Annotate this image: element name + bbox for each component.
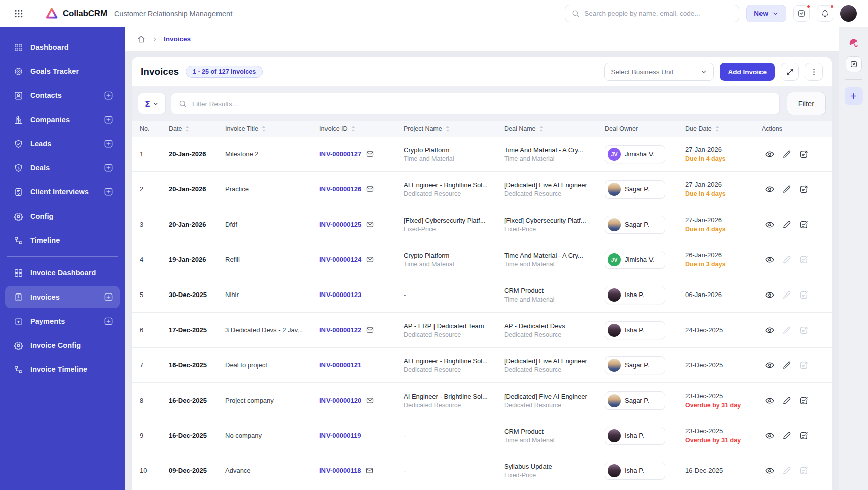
sidebar-item-dashboard[interactable]: Dashboard (5, 36, 120, 58)
sort-icon[interactable] (261, 125, 266, 132)
sort-icon[interactable] (445, 125, 450, 132)
global-search[interactable] (565, 5, 739, 22)
deal-owner-pill[interactable]: JV Jimisha V. (605, 145, 665, 163)
sidebar-item-companies[interactable]: Companies (5, 109, 120, 131)
sort-icon[interactable] (539, 125, 544, 132)
mail-icon[interactable] (366, 255, 374, 264)
edit-invoice-icon[interactable] (782, 361, 791, 370)
mail-icon[interactable] (366, 185, 374, 193)
plus-square-icon[interactable] (103, 163, 114, 173)
sidebar-item-invoice-dashboard[interactable]: Invoice Dashboard (5, 262, 120, 284)
deal-owner-pill[interactable]: Isha P. (605, 462, 665, 480)
plus-square-icon[interactable] (103, 316, 114, 327)
plus-square-icon[interactable] (103, 187, 114, 198)
view-invoice-icon[interactable] (765, 255, 775, 265)
invoice-id-link[interactable]: INV-00000120 (319, 397, 361, 404)
sort-icon[interactable] (351, 125, 356, 132)
deal-owner-pill[interactable]: Isha P. (605, 286, 665, 304)
filter-results-search[interactable] (171, 93, 780, 114)
tasks-button[interactable] (793, 5, 810, 22)
view-invoice-icon[interactable] (765, 360, 775, 370)
deal-owner-pill[interactable]: Sagar P. (605, 216, 665, 234)
view-invoice-icon[interactable] (765, 149, 775, 159)
open-in-new-button[interactable] (846, 56, 862, 72)
deal-owner-pill[interactable]: Sagar P. (605, 391, 665, 410)
invoice-id-link[interactable]: INV-00000123 (319, 291, 361, 299)
filter-button[interactable]: Filter (787, 92, 826, 115)
cancel-invoice-icon[interactable] (799, 431, 809, 441)
apps-grid-icon[interactable] (10, 5, 27, 22)
plus-square-icon[interactable] (103, 90, 114, 101)
new-button[interactable]: New (746, 5, 786, 22)
invoice-id-link[interactable]: INV-00000122 (319, 326, 361, 334)
sidebar-item-payments[interactable]: Payments (5, 310, 120, 332)
view-invoice-icon[interactable] (765, 396, 775, 406)
add-invoice-button[interactable]: Add Invoice (720, 63, 775, 81)
column-header-date[interactable]: Date (169, 125, 225, 132)
mail-icon[interactable] (366, 396, 374, 405)
user-avatar[interactable] (840, 5, 857, 22)
edit-invoice-icon[interactable] (782, 431, 791, 440)
invoice-id-link[interactable]: INV-00000124 (319, 256, 361, 263)
sidebar-item-invoices[interactable]: $Invoices (5, 286, 120, 308)
invoice-id-link[interactable]: INV-00000118 (319, 467, 361, 474)
edit-invoice-icon[interactable] (782, 185, 791, 194)
mail-icon[interactable] (365, 466, 374, 475)
brand[interactable]: CollabCRM Customer Relationship Manageme… (45, 7, 232, 20)
invoice-id-link[interactable]: INV-00000125 (319, 221, 361, 228)
mail-icon[interactable] (366, 326, 374, 334)
home-icon[interactable] (137, 35, 146, 44)
rail-add-button[interactable] (845, 87, 863, 105)
mail-icon[interactable] (366, 220, 374, 229)
invoice-id-link[interactable]: INV-00000127 (319, 150, 361, 158)
plus-square-icon[interactable] (103, 115, 114, 125)
deal-owner-pill[interactable]: Isha P. (605, 427, 665, 445)
breadcrumb-current[interactable]: Invoices (164, 35, 191, 43)
deal-owner-pill[interactable]: JV Jimisha V. (605, 251, 665, 269)
invoice-id-link[interactable]: INV-00000121 (319, 361, 361, 369)
plus-square-icon[interactable] (103, 292, 114, 303)
filter-results-input[interactable] (192, 100, 772, 108)
mail-icon[interactable] (366, 150, 374, 158)
sidebar-item-timeline[interactable]: Timeline (5, 229, 120, 251)
notifications-button[interactable] (817, 5, 833, 22)
deal-owner-pill[interactable]: Isha P. (605, 321, 665, 339)
sidebar-item-contacts[interactable]: Contacts (5, 84, 120, 107)
invoice-id-link[interactable]: INV-00000126 (319, 185, 361, 193)
global-search-input[interactable] (584, 10, 733, 17)
sort-icon[interactable] (715, 125, 720, 132)
edit-invoice-icon[interactable] (782, 396, 791, 405)
expand-button[interactable] (781, 63, 799, 81)
more-options-button[interactable] (805, 63, 823, 81)
column-header-deal-name[interactable]: Deal Name (504, 125, 605, 132)
column-header-invoice-title[interactable]: Invoice Title (225, 125, 319, 132)
cancel-invoice-icon[interactable] (799, 220, 809, 230)
plus-square-icon[interactable] (103, 139, 114, 149)
invoice-id-link[interactable]: INV-00000119 (319, 432, 361, 439)
sidebar-item-deals[interactable]: $Deals (5, 157, 120, 179)
column-header-invoice-id[interactable]: Invoice ID (319, 125, 404, 132)
column-header-due-date[interactable]: Due Date (685, 125, 762, 132)
sidebar-item-invoice-timeline[interactable]: Invoice Timeline (5, 358, 120, 380)
deal-owner-pill[interactable]: Sagar P. (605, 356, 665, 374)
umbrella-icon[interactable] (848, 37, 860, 49)
sidebar-item-goals-tracker[interactable]: Goals Tracker (5, 60, 120, 82)
sidebar-item-client-interviews[interactable]: Client Interviews (5, 181, 120, 203)
cancel-invoice-icon[interactable] (799, 184, 809, 194)
sidebar-item-invoice-config[interactable]: Invoice Config (5, 334, 120, 356)
view-invoice-icon[interactable] (765, 466, 775, 476)
deal-owner-pill[interactable]: Sagar P. (605, 180, 665, 199)
business-unit-select[interactable]: Select Business Unit (604, 63, 714, 81)
aggregate-select[interactable]: Σ (138, 93, 166, 114)
view-invoice-icon[interactable] (765, 325, 775, 335)
edit-invoice-icon[interactable] (782, 150, 791, 159)
cancel-invoice-icon[interactable] (799, 396, 809, 406)
view-invoice-icon[interactable] (765, 220, 775, 230)
sort-icon[interactable] (185, 125, 190, 132)
view-invoice-icon[interactable] (765, 290, 775, 300)
view-invoice-icon[interactable] (765, 431, 775, 441)
sidebar-item-config[interactable]: Config (5, 205, 120, 227)
edit-invoice-icon[interactable] (782, 220, 791, 229)
column-header-project-name[interactable]: Project Name (404, 125, 504, 132)
sidebar-item-leads[interactable]: Leads (5, 133, 120, 155)
